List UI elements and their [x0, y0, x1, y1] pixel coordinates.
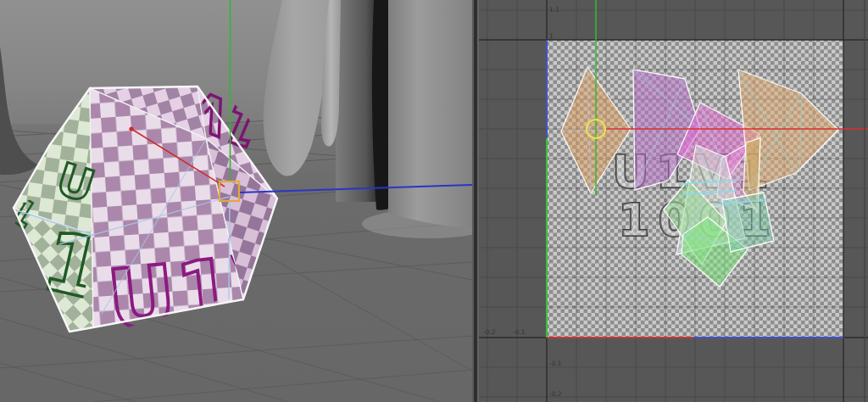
background-cylinder — [388, 0, 472, 228]
ruler-label-v-1-1: 1.1 — [549, 6, 559, 14]
uv-editor-view[interactable]: U1V1 1001 — [479, 0, 868, 402]
panel-divider[interactable] — [472, 0, 479, 402]
ruler-label-h-neg01: -0.1 — [513, 328, 526, 336]
ruler-label-h-neg02: -0.2 — [483, 328, 496, 336]
viewport-3d[interactable]: U1V 1V1 1 U 1 — [0, 0, 472, 402]
background-shadow-gap — [336, 0, 378, 202]
ruler-label-v-neg01: -0.1 — [549, 360, 562, 367]
gizmo-axis-x-tip[interactable] — [129, 126, 133, 131]
app-window: U1V 1V1 1 U 1 — [0, 0, 868, 402]
ruler-label-v-neg02: -0.2 — [549, 390, 562, 398]
cylinder-shadow-edge — [372, 0, 389, 210]
ruler-label-v-1: 1 — [549, 32, 554, 40]
